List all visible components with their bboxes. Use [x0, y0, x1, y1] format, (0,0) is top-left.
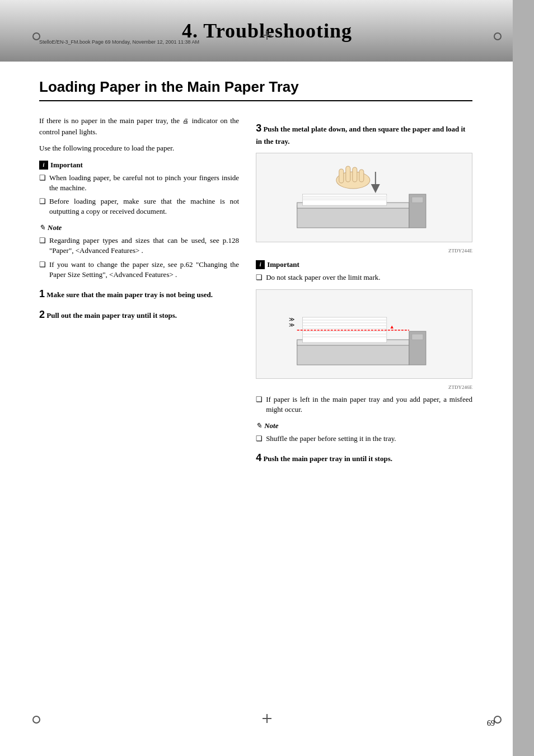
- note-item-1-2: If you want to change the paper size, se…: [39, 260, 239, 280]
- svg-rect-0: [297, 206, 409, 228]
- diagram-2: ≫ ≫ ▲: [256, 289, 472, 379]
- note-item-2-1: Shuffle the paper before setting it in t…: [256, 434, 472, 444]
- svg-rect-10: [346, 166, 350, 182]
- svg-rect-9: [339, 169, 344, 183]
- important-item-2-1: Do not stack paper over the limit mark.: [256, 273, 472, 283]
- important-title-1: i Important: [39, 161, 239, 170]
- svg-rect-26: [412, 334, 423, 340]
- top-center-cross: [263, 31, 271, 42]
- step-4: 4 Push the main paper tray in until it s…: [256, 450, 472, 466]
- meta-line: StelloE/EN-3_FM.book Page 69 Monday, Nov…: [39, 39, 199, 45]
- note-box-2: ✎ Note Shuffle the paper before setting …: [256, 421, 472, 444]
- step-2-text: Pull out the main paper tray until it st…: [46, 311, 177, 320]
- svg-rect-11: [353, 167, 357, 182]
- note-item-1-1: Regarding paper types and sizes that can…: [39, 236, 239, 256]
- important-item-1-1: When loading paper, be careful not to pi…: [39, 173, 239, 193]
- note-pencil-icon: ✎: [39, 223, 45, 232]
- step-2-number: 2: [39, 309, 45, 320]
- step-2: 2 Pull out the main paper tray until it …: [39, 307, 239, 322]
- left-column: If there is no paper in the main paper t…: [39, 115, 239, 471]
- important-box-1: i Important When loading paper, be caref…: [39, 161, 239, 217]
- note-3-item: If paper is left in the main paper tray …: [256, 395, 472, 415]
- svg-text:≫: ≫: [288, 322, 294, 328]
- corner-mark-tr: [492, 31, 503, 42]
- page-number: 69: [487, 719, 495, 728]
- step-1: 1 Make sure that the main paper tray is …: [39, 287, 239, 302]
- important-item-1-2: Before loading paper, make sure that the…: [39, 196, 239, 217]
- svg-rect-12: [359, 170, 364, 182]
- two-column-layout: If there is no paper in the main paper t…: [39, 115, 472, 471]
- svg-rect-3: [302, 196, 386, 197]
- content-area: Loading Paper in the Main Paper Tray If …: [0, 62, 534, 505]
- step-4-text: Push the main paper tray in until it sto…: [263, 454, 392, 463]
- step-3-text: Push the metal plate down, and then squa…: [256, 125, 465, 145]
- important-box-2: i Important Do not stack paper over the …: [256, 260, 472, 283]
- step-1-number: 1: [39, 288, 45, 299]
- step-4-number: 4: [256, 452, 261, 463]
- important-title-2: i Important: [256, 260, 472, 269]
- step-1-text: Make sure that the main paper tray is no…: [46, 290, 213, 299]
- svg-rect-4: [302, 198, 386, 199]
- svg-rect-7: [412, 198, 423, 203]
- svg-text:▲: ▲: [390, 324, 395, 330]
- diagram-1-caption: ZTDY244E: [256, 248, 472, 253]
- note-title-1: ✎ Note: [39, 223, 239, 232]
- note-title-2: ✎ Note: [256, 421, 472, 430]
- important-icon-2: i: [256, 260, 265, 269]
- svg-rect-13: [297, 342, 409, 365]
- right-column: 3 Push the metal plate down, and then sq…: [256, 115, 472, 471]
- note-box-1: ✎ Note Regarding paper types and sizes t…: [39, 223, 239, 280]
- right-gray-bar: [513, 0, 534, 756]
- corner-mark-bl: [31, 714, 42, 725]
- important-icon-1: i: [39, 161, 48, 170]
- step-3: 3 Push the metal plate down, and then sq…: [256, 121, 472, 147]
- diagram-2-caption: ZTDY246E: [256, 384, 472, 390]
- note-pencil-icon-2: ✎: [256, 421, 262, 430]
- diagram-1: [256, 153, 472, 242]
- corner-mark-tl: [31, 31, 42, 42]
- intro-paragraph: If there is no paper in the main paper t…: [39, 115, 239, 137]
- section-title: Loading Paper in the Main Paper Tray: [39, 78, 472, 101]
- bottom-center-cross: [263, 714, 271, 725]
- procedure-paragraph: Use the following procedure to load the …: [39, 143, 239, 154]
- step-3-number: 3: [256, 123, 261, 134]
- svg-rect-5: [302, 200, 386, 201]
